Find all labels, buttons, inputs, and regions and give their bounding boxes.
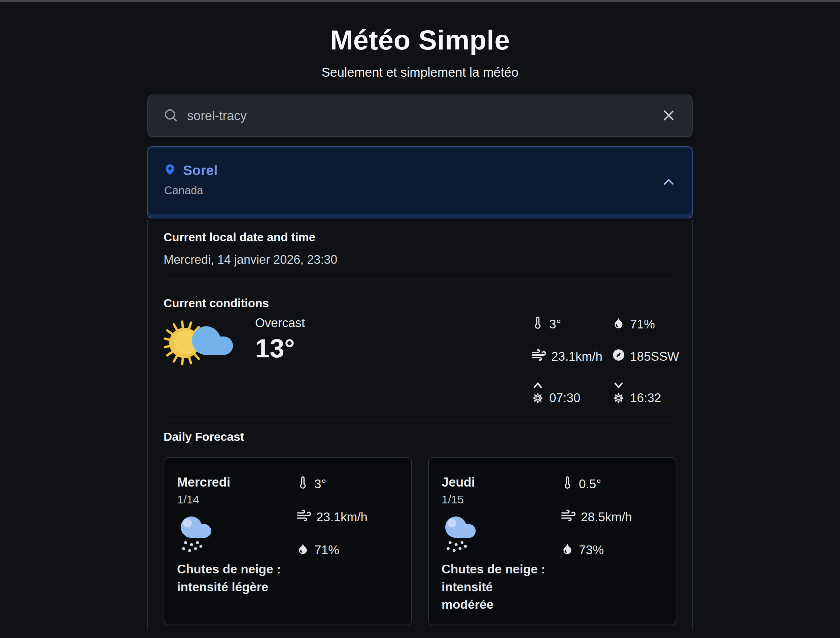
city-result-card[interactable]: Sorel Canada (147, 146, 693, 218)
forecast-date: 1/14 (177, 493, 296, 506)
clear-search-button[interactable] (660, 107, 677, 125)
droplet-icon (296, 542, 309, 558)
forecast-heading: Daily Forecast (164, 430, 676, 444)
forecast-condition: Chutes de neige : intensité légère (177, 561, 296, 596)
datetime-heading: Current local date and time (164, 231, 676, 244)
stat-sunset: 16:32 (612, 381, 679, 410)
droplet-icon (561, 542, 574, 558)
droplet-icon (612, 316, 625, 332)
window-top-strip (0, 0, 840, 2)
thermometer-icon (296, 476, 309, 492)
forecast-stat-temp: 0.5° (561, 476, 632, 492)
wind-icon (531, 347, 546, 366)
close-icon (660, 107, 677, 125)
country-name: Canada (164, 184, 677, 197)
forecast-stat-temp: 3° (296, 476, 368, 492)
current-conditions: Overcast 13° 3° (164, 316, 676, 410)
forecast-cards: Mercredi 1/14 (164, 457, 676, 625)
conditions-stats-grid: 3° 71% (531, 316, 676, 410)
forecast-condition: Chutes de neige : intensité modérée (442, 561, 561, 614)
conditions-heading: Current conditions (164, 297, 676, 310)
stat-wind-direction: 185SSW (612, 347, 679, 366)
city-details-panel: Current local date and time Mercredi, 14… (147, 220, 693, 629)
search-bar[interactable] (147, 95, 693, 137)
city-name: Sorel (183, 163, 218, 178)
stat-temperature: 3° (531, 316, 612, 332)
page-title: Météo Simple (0, 24, 840, 56)
compass-icon (612, 348, 625, 365)
current-temperature: 13° (255, 334, 305, 363)
forecast-stat-humidity: 73% (561, 542, 632, 558)
sunset-icon (612, 381, 625, 410)
wind-icon (561, 508, 576, 526)
chevron-up-icon (660, 186, 677, 191)
forecast-stat-wind: 23.1km/h (296, 508, 368, 526)
stat-sunrise: 07:30 (531, 381, 612, 410)
forecast-card-day1: Mercredi 1/14 (164, 457, 412, 625)
snow-cloud-icon (177, 513, 296, 558)
forecast-stat-wind: 28.5km/h (561, 508, 632, 526)
stat-wind: 23.1km/h (531, 347, 612, 366)
search-icon (163, 107, 178, 124)
thermometer-icon (561, 476, 574, 492)
forecast-date: 1/15 (442, 493, 561, 506)
condition-summary: Overcast (255, 316, 305, 330)
thermometer-icon (531, 316, 545, 332)
collapse-button[interactable] (659, 172, 679, 193)
forecast-stat-humidity: 71% (296, 542, 368, 558)
snow-cloud-icon (442, 513, 561, 558)
page-subtitle: Seulement et simplement la météo (0, 65, 840, 80)
divider (164, 280, 676, 280)
forecast-day-name: Mercredi (177, 475, 296, 490)
sun-behind-cloud-icon (164, 319, 238, 368)
divider (164, 421, 676, 421)
forecast-day-name: Jeudi (442, 475, 561, 490)
search-input[interactable] (187, 109, 660, 123)
location-pin-icon (164, 162, 176, 179)
wind-icon (296, 508, 312, 526)
stat-humidity: 71% (612, 316, 679, 332)
forecast-card-day2: Jeudi 1/15 (428, 457, 676, 625)
datetime-value: Mercredi, 14 janvier 2026, 23:30 (164, 253, 676, 267)
sunrise-icon (531, 381, 545, 410)
